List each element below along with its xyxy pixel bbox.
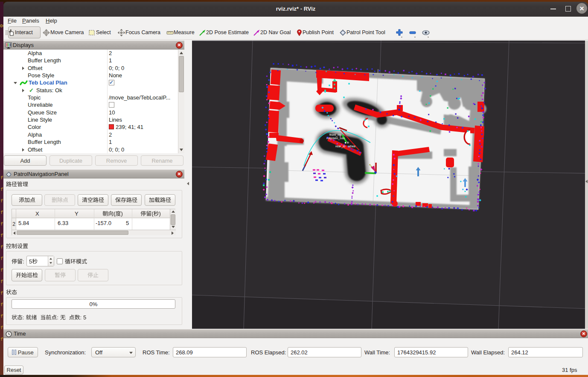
- svg-text:robosen_bas: robosen_bas: [326, 136, 345, 140]
- svg-text:■ B·: ■ B·: [345, 141, 349, 144]
- svg-text:rear_lo whee: rear_lo whee: [335, 144, 356, 148]
